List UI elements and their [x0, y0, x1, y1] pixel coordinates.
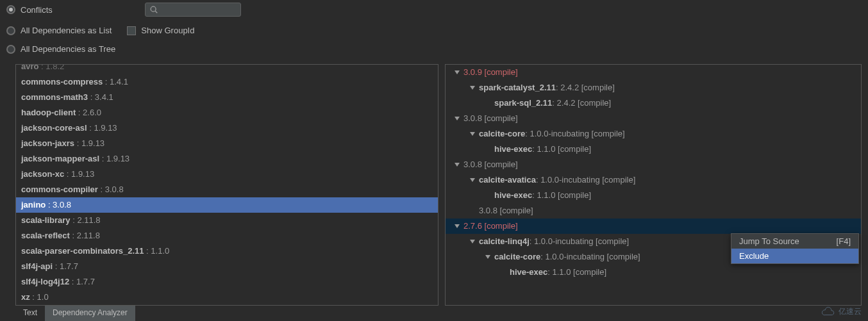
list-item[interactable]: xz : 1.0	[16, 290, 438, 305]
dependency-name: jackson-xc	[21, 169, 64, 179]
list-item[interactable]: commons-compiler : 3.0.8	[16, 182, 438, 197]
list-item[interactable]: jackson-xc : 1.9.13	[16, 167, 438, 182]
tree-row[interactable]: spark-catalyst_2.11 : 2.4.2 [compile]	[446, 80, 861, 95]
tree-row[interactable]: 3.0.8 [compile]	[446, 203, 861, 218]
dependency-name: janino	[21, 200, 46, 210]
svg-line-1	[155, 11, 157, 13]
watermark: 亿速云	[820, 306, 862, 317]
dependency-name: jackson-jaxrs	[21, 138, 74, 148]
list-item[interactable]: jackson-core-asl : 1.9.13	[16, 120, 438, 136]
context-menu-jump-shortcut: [F4]	[837, 236, 851, 246]
dependency-version: : 1.0	[30, 292, 49, 302]
context-menu-exclude[interactable]: Exclude	[731, 249, 858, 263]
tree-node-version: 3.0.9 [compile]	[463, 66, 518, 79]
dependency-name: slf4j-api	[21, 261, 53, 271]
tree-row[interactable]: 3.0.9 [compile]	[446, 65, 861, 80]
context-menu-jump-to-source[interactable]: Jump To Source [F4]	[731, 234, 858, 249]
tree-node-version: : 1.0.0-incubating [compile]	[536, 174, 635, 186]
dependency-name: commons-math3	[21, 92, 88, 102]
tree-node-version: 3.0.8 [compile]	[479, 204, 533, 217]
list-item[interactable]: jackson-mapper-asl : 1.9.13	[16, 151, 438, 167]
list-item[interactable]: scala-parser-combinators_2.11 : 1.1.0	[16, 243, 438, 259]
list-item[interactable]: slf4j-log4j12 : 1.7.7	[16, 274, 438, 290]
dependency-version: : 1.9.13	[74, 138, 104, 148]
search-icon	[149, 5, 158, 14]
dependency-name: jackson-core-asl	[21, 123, 87, 133]
expand-icon[interactable]	[485, 255, 490, 259]
tree-row[interactable]: hive-exec : 1.1.0 [compile]	[446, 188, 861, 203]
tree-node-name: calcite-avatica	[479, 174, 536, 186]
tree-node-name: hive-exec	[494, 143, 532, 156]
context-menu: Jump To Source [F4] Exclude	[731, 233, 859, 264]
dependency-tree-panel[interactable]: 3.0.9 [compile]spark-catalyst_2.11 : 2.4…	[445, 64, 862, 306]
tree-row[interactable]: spark-sql_2.11 : 2.4.2 [compile]	[446, 95, 861, 111]
list-item[interactable]: commons-compress : 1.4.1	[16, 74, 438, 90]
tree-node-version: 3.0.8 [compile]	[463, 112, 518, 125]
expand-icon[interactable]	[470, 132, 475, 136]
search-input[interactable]	[145, 3, 241, 17]
tree-node-version: 3.0.8 [compile]	[463, 158, 518, 171]
radio-icon	[6, 5, 15, 14]
checkbox-show-groupid[interactable]: Show GroupId	[127, 26, 194, 35]
expand-icon[interactable]	[455, 70, 460, 74]
dependency-name: slf4j-log4j12	[21, 277, 69, 286]
expand-icon[interactable]	[455, 117, 460, 120]
checkbox-icon	[127, 26, 136, 35]
radio-all-tree[interactable]: All Dependencies as Tree	[6, 44, 115, 54]
list-item[interactable]: jackson-jaxrs : 1.9.13	[16, 136, 438, 151]
tree-node-version: : 2.4.2 [compile]	[556, 81, 615, 94]
dependency-name: commons-compiler	[21, 185, 98, 194]
expand-icon[interactable]	[470, 86, 475, 90]
tree-node-version: : 1.0.0-incubating [compile]	[530, 235, 629, 248]
dependency-version: : 3.4.1	[88, 92, 113, 102]
tree-node-name: calcite-linq4j	[479, 235, 530, 248]
dependency-version: : 1.1.0	[144, 246, 169, 256]
dependency-version: : 1.9.13	[64, 169, 94, 179]
list-item[interactable]: hadoop-client : 2.6.0	[16, 105, 438, 120]
dependency-list-panel[interactable]: avro : 1.8.2commons-compress : 1.4.1comm…	[15, 64, 438, 306]
list-item[interactable]: scala-reflect : 2.11.8	[16, 228, 438, 243]
watermark-text: 亿速云	[839, 306, 862, 317]
list-item[interactable]: commons-math3 : 3.4.1	[16, 90, 438, 105]
expand-icon[interactable]	[470, 178, 475, 182]
dependency-version: : 3.0.8	[98, 185, 124, 194]
radio-all-list[interactable]: All Dependencies as List	[6, 26, 112, 35]
dependency-version: : 1.9.13	[99, 154, 129, 163]
checkbox-show-groupid-label: Show GroupId	[141, 26, 194, 35]
tree-row[interactable]: 3.0.8 [compile]	[446, 157, 861, 172]
radio-icon	[6, 45, 15, 54]
context-menu-jump-label: Jump To Source	[739, 236, 799, 246]
tab-text[interactable]: Text	[15, 306, 45, 321]
tree-row[interactable]: hive-exec : 1.1.0 [compile]	[446, 265, 861, 280]
expand-icon[interactable]	[455, 224, 460, 228]
dependency-name: jackson-mapper-asl	[21, 154, 99, 163]
list-item[interactable]: slf4j-api : 1.7.7	[16, 259, 438, 274]
dependency-name: avro	[21, 64, 38, 71]
dependency-version: : 2.6.0	[76, 108, 101, 117]
dependency-version: : 1.9.13	[87, 123, 117, 133]
tree-row[interactable]: 3.0.8 [compile]	[446, 111, 861, 126]
dependency-version: : 1.8.2	[38, 64, 64, 71]
tree-node-version: : 2.4.2 [compile]	[552, 97, 611, 110]
dependency-version: : 1.7.7	[69, 277, 95, 286]
tree-row[interactable]: calcite-core : 1.0.0-incubating [compile…	[446, 126, 861, 142]
tree-row[interactable]: calcite-avatica : 1.0.0-incubating [comp…	[446, 172, 861, 188]
radio-conflicts[interactable]: Conflicts	[6, 5, 53, 15]
tree-row[interactable]: 2.7.6 [compile]	[446, 218, 861, 234]
tree-node-version: : 1.1.0 [compile]	[532, 143, 591, 156]
dependency-name: scala-parser-combinators_2.11	[21, 246, 144, 256]
expand-icon[interactable]	[455, 163, 460, 167]
expand-icon[interactable]	[470, 240, 475, 243]
tree-row[interactable]: hive-exec : 1.1.0 [compile]	[446, 142, 861, 157]
tab-dependency-analyzer[interactable]: Dependency Analyzer	[45, 306, 135, 321]
dependency-version: : 2.11.8	[70, 231, 100, 240]
dependency-version: : 3.0.8	[46, 200, 71, 210]
list-item[interactable]: scala-library : 2.11.8	[16, 213, 438, 228]
radio-all-tree-label: All Dependencies as Tree	[21, 44, 115, 54]
list-item[interactable]: avro : 1.8.2	[16, 64, 438, 74]
cloud-icon	[820, 307, 837, 317]
context-menu-exclude-label: Exclude	[739, 251, 769, 261]
list-item[interactable]: janino : 3.0.8	[16, 197, 438, 213]
tree-node-name: hive-exec	[494, 189, 532, 202]
dependency-name: xz	[21, 292, 30, 302]
